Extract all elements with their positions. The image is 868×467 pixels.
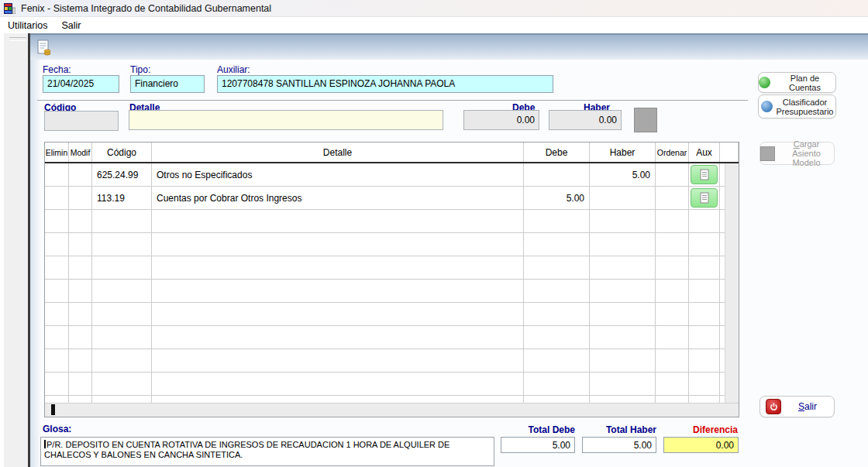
diferencia-label: Diferencia xyxy=(663,424,738,435)
codigo-input[interactable] xyxy=(44,111,119,131)
cell-haber: 5.00 xyxy=(590,163,656,187)
cell-elimin[interactable] xyxy=(45,187,69,210)
table-empty-row xyxy=(45,326,725,349)
col-detalle: Detalle xyxy=(152,143,524,162)
table-horizontal-scrollbar[interactable] xyxy=(45,403,739,417)
table-body: 625.24.99 Otros no Especificados 5.00 xyxy=(45,163,725,403)
col-codigo: Código xyxy=(92,143,152,162)
notepad-icon xyxy=(700,192,709,204)
cell-aux xyxy=(689,163,720,187)
clasificador-label-line2: Presupuestario xyxy=(777,107,834,116)
fecha-label: Fecha: xyxy=(43,64,71,75)
col-modif: Modif xyxy=(69,143,92,162)
blue-sphere-icon xyxy=(761,101,773,112)
dock-grip[interactable] xyxy=(9,37,26,41)
separator-line xyxy=(37,100,748,101)
auxiliar-input[interactable]: 1207708478 SANTILLAN ESPINOZA JOHANNA PA… xyxy=(217,75,553,93)
new-entry-document-coins-icon[interactable] xyxy=(35,39,53,57)
col-elimin: Elimin xyxy=(45,143,69,162)
cell-modif[interactable] xyxy=(69,187,92,210)
toolbar xyxy=(30,33,868,60)
table-empty-row xyxy=(45,210,725,233)
entries-table: Elimin Modif Código Detalle Debe Haber O… xyxy=(44,142,739,417)
app-window: Fenix - Sistema Integrado de Contabilida… xyxy=(0,0,868,467)
cell-codigo: 113.19 xyxy=(92,187,152,210)
cell-ordenar[interactable] xyxy=(656,163,689,187)
cell-detalle: Cuentas por Cobrar Otros Ingresos xyxy=(152,187,524,210)
cell-detalle: Otros no Especificados xyxy=(152,163,524,187)
total-debe-field: 5.00 xyxy=(501,437,575,453)
debe-input[interactable]: 0.00 xyxy=(463,110,539,130)
table-empty-row xyxy=(45,233,725,256)
table-empty-row xyxy=(45,303,725,326)
cell-aux xyxy=(689,187,720,210)
diferencia-field: 0.00 xyxy=(663,437,739,453)
text-caret xyxy=(44,440,46,448)
hscroll-thumb[interactable] xyxy=(51,404,55,415)
table-empty-row xyxy=(45,373,725,396)
cargar-label-line2: Modelo xyxy=(779,158,834,167)
cell-ordenar[interactable] xyxy=(656,187,689,210)
table-empty-row xyxy=(45,256,725,280)
glosa-label: Glosa: xyxy=(43,424,71,434)
menu-utilitarios[interactable]: Utilitarios xyxy=(2,19,53,33)
form-left-tint xyxy=(30,60,41,467)
cell-elimin[interactable] xyxy=(45,163,69,187)
col-aux: Aux xyxy=(689,143,720,162)
table-header: Elimin Modif Código Detalle Debe Haber O… xyxy=(45,143,739,163)
title-bar: Fenix - Sistema Integrado de Contabilida… xyxy=(0,0,868,17)
haber-input[interactable]: 0.00 xyxy=(549,110,622,130)
menu-salir[interactable]: Salir xyxy=(55,19,87,33)
cargar-label-line1: Cargar Asiento xyxy=(779,139,834,158)
tipo-label: Tipo: xyxy=(130,64,150,75)
gray-square-icon xyxy=(760,146,775,161)
plan-de-cuentas-button[interactable]: Plan de Cuentas xyxy=(758,72,836,93)
cell-debe xyxy=(524,163,590,187)
clasificador-label-line1: Clasificador xyxy=(777,98,834,107)
table-empty-row xyxy=(45,280,725,303)
detalle-input[interactable] xyxy=(129,110,443,130)
aux-button[interactable] xyxy=(691,165,718,184)
aux-button[interactable] xyxy=(691,188,718,208)
fecha-input[interactable]: 21/04/2025 xyxy=(43,75,119,93)
entry-action-button[interactable] xyxy=(634,108,657,132)
col-ordenar: Ordenar xyxy=(656,143,689,162)
table-empty-row xyxy=(45,349,725,373)
total-debe-label: Total Debe xyxy=(501,424,575,435)
cell-debe: 5.00 xyxy=(524,187,590,210)
green-sphere-icon xyxy=(759,77,770,88)
salir-button[interactable]: Salir xyxy=(760,396,835,417)
left-dock-panel xyxy=(0,33,28,467)
app-icon xyxy=(4,3,16,14)
col-debe: Debe xyxy=(524,143,590,162)
col-haber: Haber xyxy=(590,143,656,162)
table-row[interactable]: 113.19 Cuentas por Cobrar Otros Ingresos… xyxy=(45,187,725,210)
clasificador-presupuestario-button[interactable]: Clasificador Presupuestario xyxy=(758,94,836,118)
cell-modif[interactable] xyxy=(69,163,92,187)
cell-haber xyxy=(590,187,656,210)
total-haber-field: 5.00 xyxy=(582,437,656,453)
salir-label: Salir xyxy=(798,402,817,411)
power-icon xyxy=(766,399,781,414)
cargar-asiento-modelo-button: Cargar Asiento Modelo xyxy=(760,142,835,165)
table-row[interactable]: 625.24.99 Otros no Especificados 5.00 xyxy=(45,163,725,187)
window-title: Fenix - Sistema Integrado de Contabilida… xyxy=(21,3,271,14)
glosa-textarea[interactable]: P/R. DEPOSITO EN CUENTA ROTATIVA DE INGR… xyxy=(40,437,494,466)
table-vertical-scrollbar[interactable] xyxy=(725,163,739,403)
cell-codigo: 625.24.99 xyxy=(92,163,152,187)
menu-bar: Utilitarios Salir xyxy=(0,17,868,33)
total-haber-label: Total Haber xyxy=(582,424,656,435)
plan-de-cuentas-label: Plan de Cuentas xyxy=(774,74,835,92)
glosa-text: P/R. DEPOSITO EN CUENTA ROTATIVA DE INGR… xyxy=(44,440,450,459)
auxiliar-label: Auxiliar: xyxy=(217,64,250,75)
tipo-input[interactable]: Financiero xyxy=(130,75,205,93)
col-filler xyxy=(720,143,739,162)
notepad-icon xyxy=(700,169,709,180)
